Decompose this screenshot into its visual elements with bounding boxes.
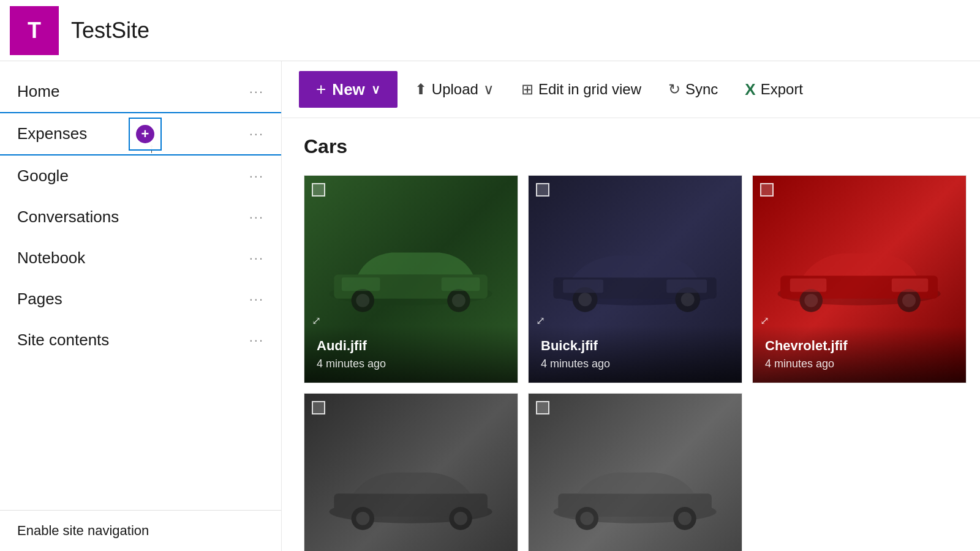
new-button-label: New bbox=[332, 80, 364, 99]
card-buick-checkbox[interactable] bbox=[536, 183, 549, 197]
sidebar-item-notebook[interactable]: Notebook ··· bbox=[0, 238, 281, 279]
card-audi-checkbox[interactable] bbox=[312, 183, 325, 197]
site-logo: T bbox=[10, 6, 59, 55]
card-chevrolet-overlay: Chevrolet.jfif 4 minutes ago bbox=[753, 326, 966, 383]
sidebar-more-site-contents[interactable]: ··· bbox=[249, 332, 264, 348]
card-5[interactable] bbox=[528, 393, 742, 551]
sidebar-more-pages[interactable]: ··· bbox=[249, 291, 264, 307]
svg-point-5 bbox=[452, 293, 466, 307]
site-title: TestSite bbox=[71, 18, 149, 43]
car5-silhouette bbox=[539, 435, 731, 551]
card-chevrolet[interactable]: ⤢ Chevrolet.jfif 4 minutes ago bbox=[752, 175, 967, 383]
svg-point-21 bbox=[902, 293, 916, 307]
plus-icon: + bbox=[316, 80, 326, 99]
svg-rect-22 bbox=[790, 278, 827, 291]
add-nav-item-button[interactable]: + bbox=[129, 118, 162, 151]
card-audi-overlay: Audi.jfif 4 minutes ago bbox=[304, 326, 518, 383]
sidebar-more-expenses[interactable]: ··· bbox=[249, 126, 264, 142]
card-buick[interactable]: ⤢ Buick.jfif 4 minutes ago bbox=[528, 175, 742, 383]
card-5-image bbox=[529, 394, 742, 551]
car4-silhouette bbox=[315, 435, 507, 551]
card-buick-time: 4 minutes ago bbox=[541, 358, 729, 370]
card-5-checkbox[interactable] bbox=[536, 401, 549, 414]
card-audi[interactable]: ⤢ Audi.jfif 4 minutes ago bbox=[304, 175, 518, 383]
sidebar-item-site-contents[interactable]: Site contents ··· bbox=[0, 320, 281, 361]
chevrolet-car-silhouette bbox=[763, 217, 955, 342]
card-chevrolet-time: 4 minutes ago bbox=[765, 358, 954, 370]
sidebar-footer: Enable site navigation bbox=[0, 510, 281, 551]
buick-car-silhouette bbox=[539, 217, 731, 342]
card-4-image bbox=[304, 394, 518, 551]
card-audi-time: 4 minutes ago bbox=[317, 358, 505, 370]
card-4[interactable] bbox=[304, 393, 518, 551]
sidebar-item-conversations[interactable]: Conversations ··· bbox=[0, 197, 281, 238]
svg-rect-15 bbox=[667, 279, 707, 293]
card-buick-overlay: Buick.jfif 4 minutes ago bbox=[529, 326, 742, 383]
audi-car-silhouette bbox=[315, 217, 507, 342]
content-body: Cars bbox=[282, 118, 980, 551]
header: T TestSite bbox=[0, 0, 980, 61]
sidebar-item-pages[interactable]: Pages ··· bbox=[0, 279, 281, 320]
card-buick-title: Buick.jfif bbox=[541, 338, 729, 354]
sidebar-more-home[interactable]: ··· bbox=[249, 84, 264, 100]
upload-icon: ⬆ bbox=[415, 81, 427, 98]
svg-point-27 bbox=[356, 511, 370, 525]
new-button[interactable]: + New ∨ bbox=[299, 71, 398, 108]
cards-row-2 bbox=[304, 393, 958, 551]
cards-row-1: ⤢ Audi.jfif 4 minutes ago bbox=[304, 175, 958, 383]
card-4-checkbox[interactable] bbox=[312, 401, 325, 414]
chevron-down-icon: ∨ bbox=[371, 82, 380, 97]
svg-rect-23 bbox=[892, 278, 929, 291]
svg-point-11 bbox=[579, 293, 592, 306]
svg-point-13 bbox=[681, 293, 695, 306]
card-audi-title: Audi.jfif bbox=[317, 338, 505, 354]
sidebar-item-home[interactable]: Home ··· bbox=[0, 71, 281, 112]
card-chevrolet-title: Chevrolet.jfif bbox=[765, 338, 954, 354]
edit-grid-button[interactable]: ⊞ Edit in grid view bbox=[511, 75, 651, 104]
svg-point-29 bbox=[454, 511, 467, 525]
svg-point-35 bbox=[678, 511, 692, 525]
add-nav-icon: + bbox=[136, 125, 154, 143]
content-area: + New ∨ ⬆ Upload ∨ ⊞ Edit in grid view ↻… bbox=[282, 61, 980, 551]
sidebar-item-google[interactable]: Google ··· bbox=[0, 156, 281, 197]
card-chevrolet-checkbox[interactable] bbox=[760, 183, 774, 197]
export-label: Export bbox=[761, 81, 803, 98]
section-title: Cars bbox=[304, 135, 958, 158]
grid-icon: ⊞ bbox=[521, 81, 533, 98]
sync-button[interactable]: ↻ Sync bbox=[658, 75, 728, 104]
svg-rect-7 bbox=[442, 277, 480, 291]
sidebar-more-conversations[interactable]: ··· bbox=[249, 209, 264, 225]
sidebar-more-google[interactable]: ··· bbox=[249, 168, 264, 184]
main-layout: Home ··· Expenses ··· + ↑ Google ··· Con… bbox=[0, 61, 980, 551]
sidebar: Home ··· Expenses ··· + ↑ Google ··· Con… bbox=[0, 61, 282, 551]
svg-rect-14 bbox=[564, 279, 604, 293]
export-button[interactable]: X Export bbox=[735, 74, 813, 105]
edit-grid-label: Edit in grid view bbox=[538, 81, 641, 98]
excel-icon: X bbox=[745, 80, 755, 99]
svg-point-3 bbox=[356, 293, 370, 307]
upload-chevron-icon: ∨ bbox=[483, 81, 494, 98]
sidebar-item-expenses[interactable]: Expenses ··· + ↑ bbox=[0, 112, 281, 156]
sidebar-more-notebook[interactable]: ··· bbox=[249, 250, 264, 266]
upload-label: Upload bbox=[432, 81, 478, 98]
svg-rect-6 bbox=[342, 277, 380, 291]
sync-icon: ↻ bbox=[668, 81, 680, 98]
upload-button[interactable]: ⬆ Upload ∨ bbox=[405, 75, 504, 104]
svg-point-33 bbox=[581, 511, 594, 525]
toolbar: + New ∨ ⬆ Upload ∨ ⊞ Edit in grid view ↻… bbox=[282, 61, 980, 118]
svg-point-19 bbox=[805, 293, 818, 307]
sync-label: Sync bbox=[685, 81, 718, 98]
